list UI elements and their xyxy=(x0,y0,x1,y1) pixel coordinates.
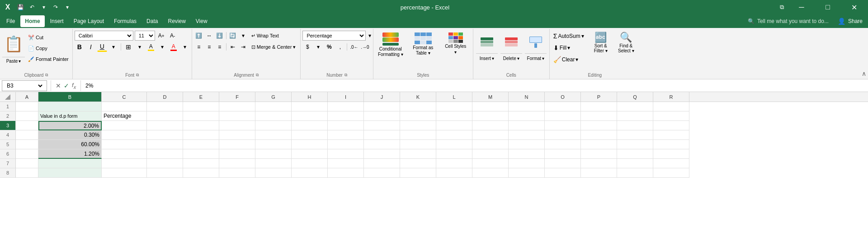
cell-e7[interactable] xyxy=(183,159,219,168)
merge-center-button[interactable]: ⊡ Merge & Center ▾ xyxy=(249,42,299,52)
save-button[interactable]: 💾 xyxy=(15,2,25,12)
cell-q3[interactable] xyxy=(617,121,653,130)
col-header-a[interactable]: A xyxy=(16,92,38,102)
col-header-d[interactable]: D xyxy=(147,92,183,102)
cell-h6[interactable] xyxy=(292,149,328,159)
cell-n2[interactable] xyxy=(509,111,545,121)
cell-b8[interactable] xyxy=(38,168,102,178)
row-num-8[interactable]: 8 xyxy=(0,168,16,178)
cell-l6[interactable] xyxy=(436,149,472,159)
cell-p5[interactable] xyxy=(581,140,617,149)
cell-m3[interactable] xyxy=(472,121,509,130)
cell-n3[interactable] xyxy=(509,121,545,130)
cell-h2[interactable] xyxy=(292,111,328,121)
function-checkbox-icon[interactable]: ✕ xyxy=(56,82,61,89)
decrease-decimal-button[interactable]: .0← xyxy=(349,42,359,52)
cell-h5[interactable] xyxy=(292,140,328,149)
cell-a2[interactable] xyxy=(16,111,38,121)
cell-a6[interactable] xyxy=(16,149,38,159)
italic-button[interactable]: I xyxy=(86,42,96,52)
cell-c3[interactable] xyxy=(102,121,147,130)
cell-q6[interactable] xyxy=(617,149,653,159)
cell-l2[interactable] xyxy=(436,111,472,121)
cell-k2[interactable] xyxy=(400,111,436,121)
cell-q7[interactable] xyxy=(617,159,653,168)
cell-r2[interactable] xyxy=(653,111,689,121)
cell-p8[interactable] xyxy=(581,168,617,178)
redo-button[interactable]: ↷ xyxy=(51,2,61,12)
cell-i7[interactable] xyxy=(328,159,364,168)
cell-a1[interactable] xyxy=(16,102,38,111)
cell-o2[interactable] xyxy=(545,111,581,121)
cell-c6[interactable] xyxy=(102,149,147,159)
cell-r5[interactable] xyxy=(653,140,689,149)
cell-l3[interactable] xyxy=(436,121,472,130)
col-header-m[interactable]: M xyxy=(472,92,509,102)
cell-b1[interactable] xyxy=(38,102,102,111)
col-header-g[interactable]: G xyxy=(255,92,292,102)
cell-d2[interactable] xyxy=(147,111,183,121)
cell-c5[interactable] xyxy=(102,140,147,149)
cell-e4[interactable] xyxy=(183,130,219,140)
cell-l4[interactable] xyxy=(436,130,472,140)
cell-h4[interactable] xyxy=(292,130,328,140)
font-size-select[interactable]: 11 xyxy=(135,31,155,41)
cell-k6[interactable] xyxy=(400,149,436,159)
row-num-1[interactable]: 1 xyxy=(0,102,16,111)
menu-page-layout[interactable]: Page Layout xyxy=(69,15,108,27)
cell-i5[interactable] xyxy=(328,140,364,149)
cell-r6[interactable] xyxy=(653,149,689,159)
cell-i1[interactable] xyxy=(328,102,364,111)
cell-n7[interactable] xyxy=(509,159,545,168)
paste-dropdown[interactable]: Paste ▾ xyxy=(2,57,25,65)
cell-c4[interactable] xyxy=(102,130,147,140)
borders-button[interactable]: ⊞ xyxy=(123,42,133,52)
align-top-button[interactable]: ⬆️ xyxy=(194,31,204,41)
cell-d3[interactable] xyxy=(147,121,183,130)
cell-m2[interactable] xyxy=(472,111,509,121)
cell-g5[interactable] xyxy=(255,140,292,149)
cell-k1[interactable] xyxy=(400,102,436,111)
row-num-3[interactable]: 3 xyxy=(0,121,16,130)
cell-m6[interactable] xyxy=(472,149,509,159)
cell-j4[interactable] xyxy=(364,130,400,140)
maximize-button[interactable]: □ xyxy=(817,0,838,14)
decrease-indent-button[interactable]: ⇤ xyxy=(228,42,238,52)
cell-g8[interactable] xyxy=(255,168,292,178)
cell-f7[interactable] xyxy=(219,159,255,168)
cell-h7[interactable] xyxy=(292,159,328,168)
col-header-c[interactable]: C xyxy=(102,92,147,102)
cell-g3[interactable] xyxy=(255,121,292,130)
cell-e2[interactable] xyxy=(183,111,219,121)
cell-p2[interactable] xyxy=(581,111,617,121)
menu-review[interactable]: Review xyxy=(163,15,190,27)
cell-e6[interactable] xyxy=(183,149,219,159)
cell-l7[interactable] xyxy=(436,159,472,168)
number-expand-icon[interactable]: ⧉ xyxy=(344,73,347,78)
cell-g4[interactable] xyxy=(255,130,292,140)
clear-dropdown[interactable]: ▾ xyxy=(576,56,578,63)
cell-c1[interactable] xyxy=(102,102,147,111)
cell-i2[interactable] xyxy=(328,111,364,121)
cell-n5[interactable] xyxy=(509,140,545,149)
cell-m8[interactable] xyxy=(472,168,509,178)
borders-dropdown[interactable]: ▾ xyxy=(135,42,145,52)
font-name-select[interactable]: Calibri xyxy=(75,31,133,41)
number-format-select[interactable]: Percentage General Number Currency xyxy=(302,31,366,41)
col-header-b[interactable]: B xyxy=(38,92,102,102)
undo-button[interactable]: ↶ xyxy=(27,2,37,12)
cell-e3[interactable] xyxy=(183,121,219,130)
col-header-p[interactable]: P xyxy=(581,92,617,102)
fill-color-button[interactable]: A xyxy=(146,42,156,52)
row-num-7[interactable]: 7 xyxy=(0,159,16,168)
accounting-dropdown[interactable]: ▾ xyxy=(313,42,323,52)
menu-formulas[interactable]: Formulas xyxy=(109,15,141,27)
cell-m4[interactable] xyxy=(472,130,509,140)
cell-q1[interactable] xyxy=(617,102,653,111)
cell-f6[interactable] xyxy=(219,149,255,159)
align-center-button[interactable]: ≡ xyxy=(204,42,214,52)
col-header-k[interactable]: K xyxy=(400,92,436,102)
cell-a3[interactable] xyxy=(16,121,38,130)
cell-m7[interactable] xyxy=(472,159,509,168)
find-select-button[interactable]: 🔍 Find &Select ▾ xyxy=(616,31,637,54)
